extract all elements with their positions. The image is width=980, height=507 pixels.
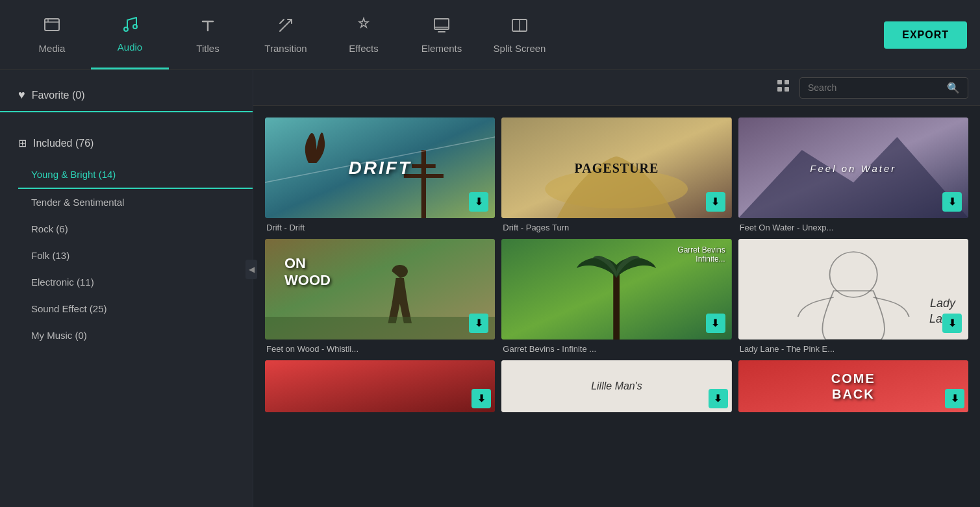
sidebar-collapse-tab[interactable]: ◀ — [245, 260, 257, 279]
search-input[interactable] — [808, 82, 942, 93]
download-badge[interactable]: ⬇ — [706, 192, 725, 212]
nav-transition[interactable]: Transition — [247, 0, 325, 69]
sidebar-item-electronic[interactable]: Electronic (11) — [0, 269, 253, 295]
media-label: Drift - Drift — [265, 223, 495, 232]
media-card-lady-lane[interactable]: LadyLane ⬇ Lady Lane - The Pink E... — [738, 239, 968, 354]
nav-transition-label: Transition — [264, 43, 307, 54]
sidebar-item-tender[interactable]: Tender & Sentimental — [0, 189, 253, 216]
audio-icon — [121, 15, 139, 38]
media-label: Feet on Wood - Whistli... — [265, 344, 495, 354]
category-label: My Music (0) — [31, 330, 87, 341]
media-card-row3c[interactable]: COMEBACK ⬇ — [738, 360, 968, 412]
category-label: Folk (13) — [31, 250, 69, 261]
elements-icon — [433, 16, 451, 39]
sidebar-favorite[interactable]: ♥ Favorite (0) — [0, 82, 253, 112]
nav-audio-label: Audio — [118, 42, 142, 53]
svg-rect-5 — [777, 80, 782, 84]
media-thumb: ⬇ — [265, 360, 495, 412]
download-badge[interactable]: ⬇ — [942, 192, 962, 212]
nav-titles-label: Titles — [196, 43, 219, 54]
svg-point-2 — [133, 25, 137, 29]
effects-icon — [355, 16, 373, 39]
nav-splitscreen[interactable]: Split Screen — [481, 0, 559, 69]
media-label: Feet On Water - Unexp... — [738, 223, 968, 232]
svg-rect-0 — [45, 19, 59, 31]
svg-rect-15 — [265, 317, 495, 340]
svg-rect-6 — [785, 80, 789, 84]
category-label: Electronic (11) — [31, 277, 94, 288]
nav-splitscreen-label: Split Screen — [494, 43, 546, 54]
nav-media-label: Media — [39, 43, 66, 54]
svg-rect-7 — [777, 87, 782, 92]
search-box[interactable]: 🔍 — [799, 77, 968, 99]
media-thumb: COMEBACK ⬇ — [738, 360, 968, 412]
top-nav: Media Audio Titles Transition — [0, 0, 980, 70]
category-label: Sound Effect (25) — [31, 303, 107, 314]
media-card-drift-pages[interactable]: PAGESTURE ⬇ Drift - Pages Turn — [501, 117, 731, 232]
media-thumb: PAGESTURE ⬇ — [501, 117, 731, 218]
download-badge[interactable]: ⬇ — [469, 314, 488, 333]
media-icon — [43, 16, 61, 39]
category-label: Young & Bright (14) — [31, 169, 116, 180]
category-label: Tender & Sentimental — [31, 197, 124, 208]
media-label: Garret Bevins - Infinite ... — [501, 344, 731, 354]
media-card-garret[interactable]: Garret BevinsInfinite... ⬇ Garret Bevins… — [501, 239, 731, 354]
nav-effects-label: Effects — [349, 43, 379, 54]
content-area: 🔍 — [253, 70, 980, 507]
media-thumb: LadyLane ⬇ — [738, 239, 968, 340]
svg-rect-9 — [265, 117, 495, 218]
favorite-label: Favorite (0) — [32, 90, 85, 101]
thumb-text: COMEBACK — [831, 371, 875, 402]
download-badge[interactable]: ⬇ — [471, 389, 491, 408]
sidebar-item-my-music[interactable]: My Music (0) — [0, 322, 253, 349]
thumb-text: ONWOOD — [284, 255, 331, 290]
media-thumb: Feel on Water ⬇ — [738, 117, 968, 218]
thumb-text: Garret BevinsInfinite... — [677, 245, 725, 264]
media-card-feet-wood[interactable]: ONWOOD ⬇ Feet on Wood - Whistli... — [265, 239, 495, 354]
content-toolbar: 🔍 — [253, 70, 980, 106]
sidebar-item-folk[interactable]: Folk (13) — [0, 242, 253, 269]
transition-icon — [277, 16, 295, 39]
main-layout: ♥ Favorite (0) ⊞ Included (76) Young & B… — [0, 70, 980, 507]
sidebar: ♥ Favorite (0) ⊞ Included (76) Young & B… — [0, 70, 253, 507]
media-card-drift-drift[interactable]: DRIFT ⬇ Drift - Drift — [265, 117, 495, 232]
thumb-text: Lillle Man's — [591, 380, 642, 392]
media-thumb: Garret BevinsInfinite... ⬇ — [501, 239, 731, 340]
sidebar-item-young-bright[interactable]: Young & Bright (14) — [18, 161, 253, 189]
sidebar-item-sound-effect[interactable]: Sound Effect (25) — [0, 295, 253, 322]
grid-view-icon[interactable] — [776, 79, 790, 97]
nav-effects[interactable]: Effects — [325, 0, 403, 69]
nav-audio[interactable]: Audio — [91, 0, 169, 69]
media-thumb: DRIFT ⬇ — [265, 117, 495, 218]
splitscreen-icon — [510, 16, 529, 39]
sidebar-item-rock[interactable]: Rock (6) — [0, 216, 253, 242]
svg-rect-8 — [785, 87, 789, 92]
download-badge[interactable]: ⬇ — [706, 314, 725, 333]
search-icon[interactable]: 🔍 — [947, 82, 960, 94]
heart-icon: ♥ — [18, 88, 25, 102]
export-button[interactable]: EXPORT — [884, 21, 967, 49]
media-thumb: Lillle Man's ⬇ — [501, 360, 731, 412]
nav-elements-label: Elements — [421, 43, 462, 54]
media-card-row3a[interactable]: ⬇ — [265, 360, 495, 412]
media-label: Drift - Pages Turn — [501, 223, 731, 232]
included-label: Included (76) — [33, 138, 94, 149]
download-badge[interactable]: ⬇ — [942, 314, 962, 333]
media-label: Lady Lane - The Pink E... — [738, 344, 968, 354]
download-badge[interactable]: ⬇ — [709, 389, 728, 408]
category-label: Rock (6) — [31, 223, 68, 234]
svg-rect-19 — [265, 360, 495, 412]
nav-elements[interactable]: Elements — [403, 0, 481, 69]
media-card-feet-water[interactable]: Feel on Water ⬇ Feet On Water - Unexp... — [738, 117, 968, 232]
media-card-row3b[interactable]: Lillle Man's ⬇ — [501, 360, 731, 412]
nav-media[interactable]: Media — [13, 0, 91, 69]
grid-icon: ⊞ — [18, 137, 27, 149]
download-badge[interactable]: ⬇ — [469, 192, 488, 212]
sidebar-included[interactable]: ⊞ Included (76) — [0, 132, 253, 155]
media-thumb: ONWOOD ⬇ — [265, 239, 495, 340]
titles-icon — [199, 16, 217, 39]
nav-titles[interactable]: Titles — [169, 0, 247, 69]
svg-point-1 — [124, 27, 128, 31]
media-grid: DRIFT ⬇ Drift - Drift — [253, 106, 980, 424]
download-badge[interactable]: ⬇ — [945, 389, 964, 408]
